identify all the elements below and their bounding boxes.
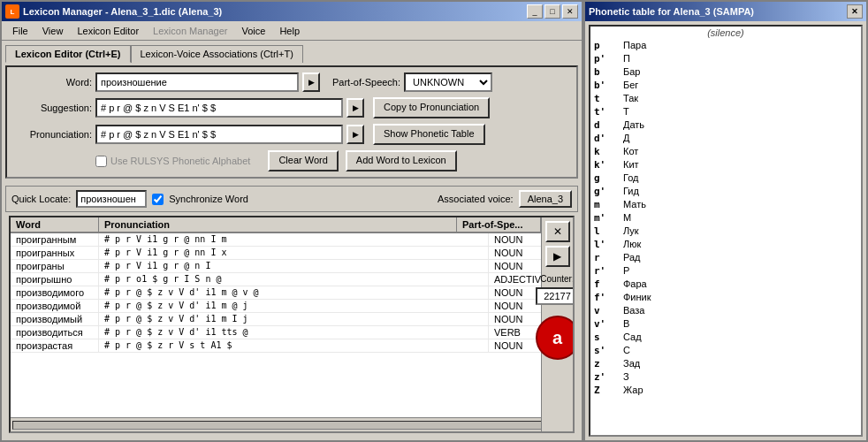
phonetic-word: Фара	[623, 278, 857, 290]
phonetic-row[interactable]: z Зад	[590, 357, 861, 370]
table-row[interactable]: производиться # p r @ $ z v V d' i1 tts …	[11, 326, 573, 339]
phonetic-word: Финик	[623, 292, 857, 303]
navigate-button[interactable]: ▶	[545, 246, 570, 267]
phonetic-row[interactable]: g Год	[590, 171, 861, 185]
synchronize-word-label: Synchronize Word	[169, 194, 248, 204]
table-row[interactable]: производимый # p r @ $ z v V d' i1 m I j…	[11, 313, 573, 326]
phonetic-row[interactable]: Z Жар	[590, 384, 861, 397]
cell-pronunciation: # p r @ $ z v V d' i1 m @ j	[99, 300, 489, 312]
side-controls: ✕ ▶ Counter: 22177 a	[541, 233, 573, 417]
pronunciation-arrow-button[interactable]: ▶	[346, 125, 364, 144]
phonetic-symbol: Z	[594, 385, 616, 396]
phonetic-row[interactable]: k' Кит	[590, 158, 861, 171]
table-row[interactable]: проиграны # p r V i1 g r @ n I NOUN	[11, 260, 573, 273]
table-row[interactable]: проигрышно # p r o1 $ g r I S n @ ADJECT…	[11, 273, 573, 286]
phonetic-row[interactable]: f' Финик	[590, 291, 861, 304]
word-input[interactable]	[95, 72, 299, 92]
quick-locate-input[interactable]	[76, 190, 147, 208]
phonetic-row[interactable]: z' З	[590, 370, 861, 384]
editor-panel: Word: ▶ Part-of-Speech: UNKNOWNNOUNVERBA…	[5, 65, 578, 179]
assoc-voice-label: Associated voice:	[438, 194, 514, 204]
cell-pronunciation: # p r @ $ z v V d' i1 tts @	[99, 326, 489, 339]
phonetic-symbol: v'	[594, 318, 616, 330]
table-row[interactable]: производимой # p r @ $ z v V d' i1 m @ j…	[11, 300, 573, 313]
phonetic-row[interactable]: r' Р	[590, 264, 861, 278]
menu-view[interactable]: View	[35, 24, 71, 38]
synchronize-word-checkbox[interactable]	[152, 194, 164, 205]
table-row[interactable]: проигранным # p r V i1 g r @ nn I m NOUN	[11, 233, 573, 247]
phonetic-symbol: t	[594, 93, 616, 104]
menu-lexicon-manager[interactable]: Lexicon Manager	[146, 24, 234, 38]
phonetic-row[interactable]: b' Бег	[590, 79, 861, 92]
table-body: проигранным # p r V i1 g r @ nn I m NOUN…	[11, 233, 573, 417]
phonetic-silence: (silence)	[707, 27, 744, 38]
phonetic-row[interactable]: l Лук	[590, 225, 861, 238]
phonetic-row[interactable]: g' Гид	[590, 185, 861, 198]
cell-pronunciation: # p r V i1 g r @ n I	[99, 260, 489, 272]
rulsys-checkbox[interactable]	[95, 156, 107, 167]
suggestion-row: Suggestion: ▶ Copy to Pronunciation	[12, 97, 571, 118]
phonetic-row[interactable]: d' Д	[590, 132, 861, 145]
counter-label: Counter:	[540, 274, 573, 284]
phonetic-row[interactable]: f Фара	[590, 278, 861, 291]
suggestion-input[interactable]	[95, 98, 343, 118]
phonetic-table[interactable]: (silence) p Пара p' П b Бар b' Бег t Так…	[589, 25, 863, 437]
phonetic-row[interactable]: v Ваза	[590, 304, 861, 317]
word-label: Word:	[12, 77, 92, 88]
phonetic-row[interactable]: v' В	[590, 317, 861, 331]
phonetic-row[interactable]: l' Люк	[590, 238, 861, 251]
phonetic-row[interactable]: d Дать	[590, 118, 861, 132]
close-button[interactable]: ✕	[562, 4, 578, 19]
pos-label: Part-of-Speech:	[332, 77, 400, 88]
phonetic-row[interactable]: m Мать	[590, 198, 861, 211]
maximize-button[interactable]: □	[544, 4, 560, 19]
phonetic-symbol: z'	[594, 371, 616, 383]
phonetic-word: Люк	[623, 239, 857, 250]
phonetic-title-bar: Phonetic table for Alena_3 (SAMPA) ✕	[585, 2, 866, 21]
tab-lexicon-voice[interactable]: Lexicon-Voice Associations (Ctrl+T)	[131, 45, 303, 63]
cell-pronunciation: # p r V i1 g r @ nn I x	[99, 247, 489, 259]
phonetic-row[interactable]: p' П	[590, 52, 861, 65]
phonetic-symbol: m	[594, 199, 616, 210]
phonetic-symbol: s	[594, 332, 616, 343]
phonetic-word: С	[623, 345, 857, 356]
suggestion-arrow-button[interactable]: ▶	[346, 98, 364, 118]
pronunciation-input[interactable]	[95, 125, 343, 144]
phonetic-row[interactable]: r Рад	[590, 251, 861, 264]
phonetic-symbol: r'	[594, 265, 616, 277]
menu-help[interactable]: Help	[272, 24, 307, 38]
table-row[interactable]: производимого # p r @ $ z v V d' i1 m @ …	[11, 286, 573, 300]
phonetic-symbol: p	[594, 40, 616, 51]
phonetic-symbol: f	[594, 278, 616, 290]
phonetic-row[interactable]: s Сад	[590, 331, 861, 344]
word-arrow-button[interactable]: ▶	[302, 72, 320, 92]
clear-word-button[interactable]: Clear Word	[268, 150, 338, 171]
cell-pronunciation: # p r @ $ z v V d' i1 m I j	[99, 313, 489, 325]
delete-row-button[interactable]: ✕	[545, 233, 570, 242]
cell-word: произрастая	[11, 339, 99, 352]
add-word-to-lexicon-button[interactable]: Add Word to Lexicon	[346, 150, 457, 171]
table-row[interactable]: произрастая # p r @ $ z r V s t A1 $ NOU…	[11, 339, 573, 353]
phonetic-row[interactable]: s' С	[590, 344, 861, 357]
phonetic-row[interactable]: t' Т	[590, 105, 861, 118]
phonetic-row[interactable]: (silence)	[590, 27, 861, 39]
phonetic-row[interactable]: m' М	[590, 211, 861, 225]
assoc-voice-button[interactable]: Alena_3	[519, 190, 572, 208]
phonetic-close-button[interactable]: ✕	[847, 4, 863, 19]
phonetic-row[interactable]: p Пара	[590, 39, 861, 52]
copy-to-pronunciation-button[interactable]: Copy to Pronunciation	[373, 97, 490, 118]
table-row[interactable]: проигранных # p r V i1 g r @ nn I x NOUN	[11, 247, 573, 260]
pronunciation-label: Pronunciation:	[12, 129, 92, 140]
phonetic-row[interactable]: k Кот	[590, 145, 861, 158]
phonetic-row[interactable]: t Так	[590, 92, 861, 105]
tab-lexicon-editor[interactable]: Lexicon Editor (Ctrl+E)	[5, 45, 131, 63]
menu-lexicon-editor[interactable]: Lexicon Editor	[70, 24, 146, 38]
show-phonetic-table-button[interactable]: Show Phonetic Table	[373, 124, 485, 145]
minimize-button[interactable]: _	[527, 4, 543, 19]
menu-voice[interactable]: Voice	[235, 24, 273, 38]
menu-file[interactable]: File	[5, 24, 35, 38]
pos-select[interactable]: UNKNOWNNOUNVERBADJECTIVE	[404, 72, 492, 92]
scroll-track	[12, 421, 571, 430]
phonetic-row[interactable]: b Бар	[590, 65, 861, 79]
horizontal-scrollbar[interactable]	[11, 417, 573, 431]
